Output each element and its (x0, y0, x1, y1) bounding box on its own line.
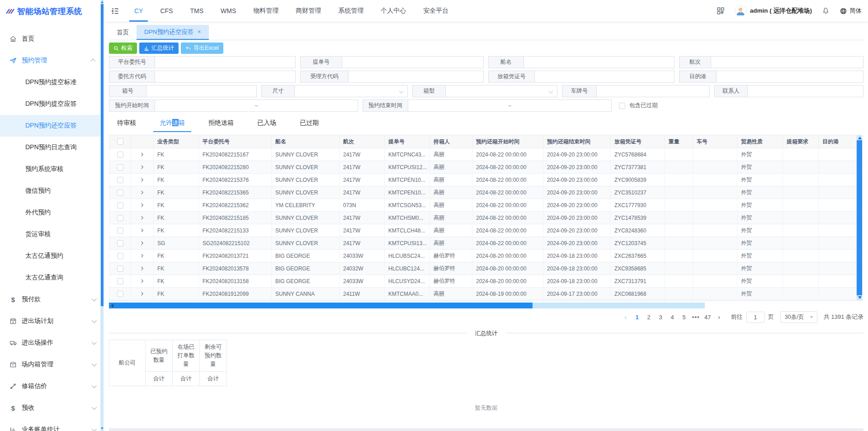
sidebar-item-prepayment[interactable]: $ 预付款 (0, 289, 104, 310)
table-row[interactable]: SG SG2024082215102 SUNNY CLOVER 2417W KM… (109, 237, 862, 250)
page-number-button[interactable]: 1 (631, 314, 643, 321)
top-nav-item[interactable]: 个人中心 (372, 0, 415, 22)
row-checkbox[interactable] (117, 215, 123, 221)
scroll-up-arrow-icon[interactable] (858, 137, 862, 139)
page-number-button[interactable]: 5 (678, 314, 690, 321)
sidebar-subitem[interactable]: DPN预约提空标准 (0, 71, 104, 93)
top-nav-item[interactable]: 安全平台 (415, 0, 457, 22)
sidebar-subitem[interactable]: DPN预约提空应答 (0, 93, 104, 115)
chevron-right-icon[interactable] (140, 253, 145, 258)
summary-statistics-button[interactable]: 汇总统计 (139, 43, 179, 54)
scrollbar-thumb[interactable] (109, 303, 533, 308)
row-checkbox[interactable] (117, 152, 123, 158)
sidebar-subitem[interactable]: DPN预约还空应答 (0, 115, 104, 137)
sidebar-subitem[interactable]: 太古亿通查询 (0, 267, 104, 289)
prev-page-button[interactable]: ‹ (620, 313, 632, 321)
table-horizontal-scrollbar[interactable] (109, 303, 705, 308)
search-button[interactable]: 检索 (109, 43, 137, 54)
chevron-right-icon[interactable] (140, 165, 145, 170)
top-nav-item[interactable]: 商财管理 (287, 0, 330, 22)
menu-fold-icon[interactable] (108, 5, 122, 17)
top-nav-item[interactable]: CY (126, 0, 151, 22)
sidebar-scrollbar[interactable] (100, 0, 104, 431)
top-nav-item[interactable]: CFS (151, 0, 181, 22)
chevron-right-icon[interactable] (140, 190, 145, 195)
sidebar-item-repair-estimate[interactable]: 修箱估价 (0, 375, 104, 397)
chevron-right-icon[interactable] (140, 279, 145, 284)
page-number-button[interactable]: 2 (643, 314, 655, 321)
row-checkbox[interactable] (117, 189, 123, 196)
platform-order-no-input[interactable] (155, 56, 296, 68)
acceptor-code-input[interactable] (348, 71, 484, 83)
top-nav-item[interactable]: WMS (212, 0, 245, 22)
start-time-range-picker[interactable]: ~ (155, 99, 358, 112)
container-no-input[interactable] (146, 85, 257, 97)
sidebar-subitem[interactable]: DPN预约日志查询 (0, 137, 104, 158)
export-excel-button[interactable]: 导出Excel (181, 43, 223, 54)
tab-dpn-return-empty-response[interactable]: DPN预约还空应答 × (137, 25, 209, 40)
top-nav-item[interactable]: 物料管理 (245, 0, 287, 22)
tab-pending-review[interactable]: 待审核 (111, 119, 142, 132)
table-row[interactable]: FK FK2024082215362 YM CELEBRITY 073N KMT… (109, 199, 862, 212)
table-row[interactable]: FK FK2024082013158 BIG GEORGE 24033W HLC… (109, 275, 862, 288)
table-row[interactable]: FK FK2024081912099 SUNNY CANNA 2411W KMT… (109, 288, 862, 300)
sidebar-item-gate-plan[interactable]: 进出场计划 (0, 310, 104, 332)
close-icon[interactable]: × (198, 24, 201, 39)
table-row[interactable]: FK FK2024082215133 SUNNY CLOVER 2417W KM… (109, 224, 862, 237)
row-checkbox[interactable] (117, 253, 123, 259)
table-row[interactable]: FK FK2024082215167 SUNNY CLOVER 2417W KM… (109, 148, 862, 161)
chevron-right-icon[interactable] (140, 241, 145, 246)
table-row[interactable]: FK FK2024082215280 SUNNY CLOVER 2417W KM… (109, 161, 862, 174)
include-expired-checkbox[interactable] (619, 103, 625, 109)
select-all-checkbox[interactable] (117, 138, 123, 145)
row-checkbox[interactable] (117, 164, 123, 171)
size-select[interactable] (294, 85, 408, 97)
table-row[interactable]: FK FK2024082215376 SUNNY CLOVER 2417W KM… (109, 174, 862, 186)
vessel-input[interactable] (524, 56, 675, 68)
top-nav-item[interactable]: 系统管理 (330, 0, 372, 22)
sidebar-subitem[interactable]: 预约系统审核 (0, 158, 104, 180)
sidebar-subitem[interactable]: 外代预约 (0, 202, 104, 223)
dest-port-input[interactable] (716, 71, 863, 83)
table-row[interactable]: FK FK2024082013578 BIG GEORGE 24032W HLC… (109, 262, 862, 275)
plate-no-input[interactable] (596, 85, 710, 97)
scroll-left-arrow-icon[interactable] (111, 304, 113, 308)
row-checkbox[interactable] (117, 240, 123, 246)
tab-reject-delivery[interactable]: 拒绝送箱 (202, 119, 240, 132)
row-checkbox[interactable] (117, 227, 123, 234)
last-page-button[interactable]: 47 (702, 314, 713, 321)
tab-home[interactable]: 首页 (109, 25, 137, 40)
row-checkbox[interactable] (117, 202, 123, 208)
scrollbar-thumb[interactable] (857, 140, 862, 295)
table-row[interactable]: FK FK2024082215185 SUNNY CLOVER 2417W KM… (109, 212, 862, 224)
sidebar-subitem[interactable]: 太古亿通预约 (0, 245, 104, 267)
table-row[interactable]: FK FK2024082215365 SUNNY CLOVER 2417W KM… (109, 186, 862, 199)
qr-code-icon[interactable] (717, 7, 725, 15)
sidebar-subitem[interactable]: 微信预约 (0, 180, 104, 202)
voucher-no-input[interactable] (534, 71, 675, 83)
row-checkbox[interactable] (117, 177, 123, 183)
sidebar-item-bill-statistics[interactable]: 业务账单统计 (0, 419, 104, 431)
scroll-down-arrow-icon[interactable] (858, 296, 862, 299)
top-nav-item[interactable]: TMS (181, 0, 212, 22)
voyage-input[interactable] (711, 56, 863, 68)
sidebar-item-home[interactable]: 首页 (0, 28, 104, 50)
pagination-ellipsis[interactable]: ••• (690, 314, 702, 321)
chevron-right-icon[interactable] (140, 177, 145, 182)
chevron-right-icon[interactable] (140, 215, 145, 220)
ctn-type-select[interactable] (445, 85, 557, 97)
page-number-button[interactable]: 4 (666, 314, 678, 321)
sidebar-item-advance-receipt[interactable]: $ 预收 (0, 397, 104, 419)
bell-icon[interactable] (822, 7, 830, 15)
contact-input[interactable] (747, 85, 863, 97)
goto-page-input[interactable] (746, 312, 764, 323)
tab-entered[interactable]: 已入场 (251, 119, 283, 132)
chevron-right-icon[interactable] (140, 291, 145, 296)
sidebar-item-booking-management[interactable]: 预约管理 (0, 50, 104, 71)
language-switcher[interactable]: 简体 (840, 7, 862, 15)
table-vertical-scrollbar[interactable] (856, 135, 862, 300)
row-checkbox[interactable] (117, 278, 123, 284)
table-row[interactable]: FK FK2024082013721 BIG GEORGE 24033W HLC… (109, 250, 862, 262)
page-size-select[interactable]: 30条/页 (780, 311, 817, 323)
row-checkbox[interactable] (117, 265, 123, 272)
